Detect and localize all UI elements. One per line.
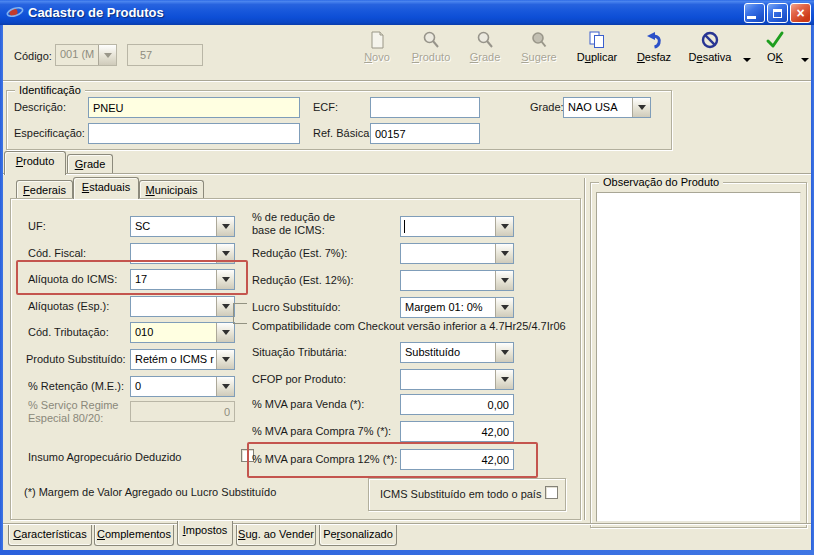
especificacao-input[interactable] <box>88 123 300 144</box>
retencao-me-combo-button[interactable] <box>216 377 234 396</box>
ref-basica-input[interactable] <box>370 123 480 144</box>
grade-combo[interactable]: NAO USA <box>563 97 651 118</box>
codigo-combo[interactable]: 001 (M <box>55 44 117 66</box>
insumo-label: Insumo Agropecuário Deduzido <box>28 451 181 464</box>
tab-municipais[interactable]: Municipais <box>139 180 204 198</box>
highlight-box-mva-compra12 <box>247 442 538 478</box>
chevron-down-icon <box>222 330 230 335</box>
situacao-tributaria-combo-value: Substituído <box>401 343 495 362</box>
tab-complementos-label: Complementos <box>97 528 171 540</box>
mva-compra7-label: % MVA para Compra 7% (*): <box>252 425 391 438</box>
situacao-tributaria-combo[interactable]: Substituído <box>400 342 514 363</box>
reducao-est12-label: Redução (Est. 12%): <box>252 274 354 287</box>
codigo-combo-value: 001 (M <box>56 45 98 65</box>
cfop-produto-combo-button[interactable] <box>495 370 513 389</box>
tab-grade-label: Grade <box>75 158 106 170</box>
main-tab-line <box>3 173 811 175</box>
chevron-down-icon <box>222 304 230 309</box>
tab-grade[interactable]: Grade <box>67 154 113 173</box>
aliquotas-esp-combo-value <box>131 297 216 316</box>
produto-substituido-combo[interactable]: Retém o ICMS r <box>130 349 235 370</box>
aliquotas-esp-combo[interactable] <box>130 296 235 317</box>
uf-combo[interactable]: SC <box>130 216 235 237</box>
sugere-label: Sugere <box>521 51 556 63</box>
desativa-button[interactable]: Desativa <box>681 30 739 76</box>
reducao-est7-combo-button[interactable] <box>495 244 513 263</box>
uf-label: UF: <box>28 220 46 233</box>
produto-substituido-label: Produto Substituído: <box>26 353 126 366</box>
uf-combo-button[interactable] <box>216 217 234 236</box>
codigo-secondary-field[interactable] <box>127 44 203 66</box>
tab-complementos[interactable]: Complementos <box>94 525 174 546</box>
aliquotas-esp-combo-button[interactable] <box>216 297 234 316</box>
product-observation-textarea[interactable] <box>596 192 801 522</box>
lucro-substituido-combo-button[interactable] <box>495 298 513 317</box>
servico-regime-input[interactable] <box>130 401 235 422</box>
ref-basica-label: Ref. Básica: <box>313 127 372 140</box>
tab-sug-ao-vender[interactable]: Sug. ao Vender <box>236 525 316 546</box>
reducao-base-combo[interactable] <box>400 216 514 237</box>
reducao-est12-combo[interactable] <box>400 270 514 291</box>
identification-legend: Identificação <box>15 84 85 97</box>
tab-estaduais[interactable]: Estaduais <box>73 177 139 199</box>
mva-venda-input[interactable] <box>400 394 514 415</box>
close-button[interactable]: × <box>790 3 811 23</box>
search-icon <box>421 30 441 50</box>
text-cursor <box>404 220 405 233</box>
ok-button[interactable]: OK <box>755 30 795 76</box>
reducao-base-combo-button[interactable] <box>495 217 513 236</box>
codigo-label: Código: <box>14 50 52 63</box>
codigo-combo-button[interactable] <box>98 45 116 65</box>
undo-icon <box>644 30 664 50</box>
descricao-input[interactable] <box>88 97 300 118</box>
desfaz-button[interactable]: Desfaz <box>628 30 680 76</box>
novo-button[interactable]: Novo <box>350 30 404 76</box>
chevron-down-icon <box>501 305 509 310</box>
lucro-substituido-combo-value: Margem 01: 0% <box>401 298 495 317</box>
retencao-me-combo[interactable]: 0 <box>130 376 235 397</box>
ok-dropdown-arrow[interactable] <box>801 58 809 62</box>
produto-button[interactable]: Produto <box>404 30 458 76</box>
retencao-me-label: % Retenção (M.E.): <box>28 380 124 393</box>
duplicar-button[interactable]: Duplicar <box>568 30 626 76</box>
maximize-icon <box>773 9 782 18</box>
cod-tributacao-combo-button[interactable] <box>216 323 234 342</box>
tab-personalizado-label: Personalizado <box>323 528 393 540</box>
servico-regime-label: % Serviço Regime Especial 80/20: <box>28 399 128 425</box>
chevron-down-icon <box>501 224 509 229</box>
cfop-produto-label: CFOP por Produto: <box>252 373 346 386</box>
tab-impostos[interactable]: Impostos <box>177 521 233 546</box>
desativa-dropdown-arrow[interactable] <box>743 58 751 62</box>
retencao-me-combo-value: 0 <box>131 377 216 396</box>
icms-pais-checkbox[interactable] <box>545 486 558 499</box>
situacao-tributaria-combo-button[interactable] <box>495 343 513 362</box>
produto-substituido-combo-button[interactable] <box>216 350 234 369</box>
maximize-button[interactable] <box>767 3 788 23</box>
grade-button[interactable]: Grade <box>459 30 511 76</box>
desativa-label: Desativa <box>689 51 732 63</box>
chevron-down-icon <box>222 384 230 389</box>
ecf-label: ECF: <box>313 101 338 114</box>
tab-produto[interactable]: Produto <box>4 151 66 175</box>
tab-caracteristicas[interactable]: Características <box>8 525 92 546</box>
reducao-est12-combo-button[interactable] <box>495 271 513 290</box>
cod-tributacao-combo[interactable]: 010 <box>130 322 235 343</box>
tab-personalizado[interactable]: Personalizado <box>319 525 397 546</box>
sugere-button[interactable]: Sugere <box>512 30 566 76</box>
mva-compra7-input[interactable] <box>400 421 514 442</box>
window: Código: 001 (M Novo Produto Grade Sugere <box>0 0 814 555</box>
tab-estaduais-label: Estaduais <box>82 181 130 193</box>
minimize-icon <box>747 16 756 19</box>
ecf-input[interactable] <box>370 97 480 118</box>
search-icon <box>529 30 549 50</box>
tab-federais[interactable]: Federais <box>16 180 73 198</box>
grade-combo-button[interactable] <box>632 98 650 117</box>
titlebar: Cadastro de Produtos × <box>0 0 814 25</box>
cfop-produto-combo[interactable] <box>400 369 514 390</box>
produto-substituido-combo-value: Retém o ICMS r <box>131 350 216 369</box>
reducao-est7-combo[interactable] <box>400 243 514 264</box>
minimize-button[interactable] <box>744 3 765 23</box>
lucro-substituido-combo[interactable]: Margem 01: 0% <box>400 297 514 318</box>
search-icon <box>475 30 495 50</box>
desfaz-label: Desfaz <box>637 51 671 63</box>
